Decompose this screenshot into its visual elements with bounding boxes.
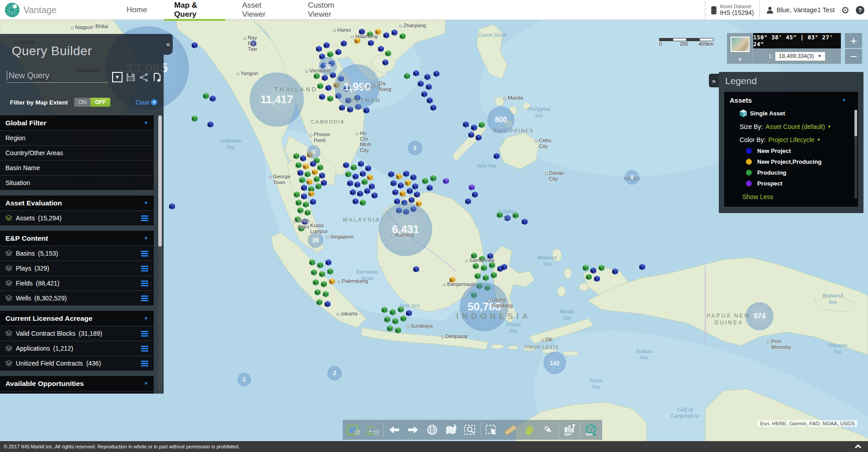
basemap-selector[interactable]: ▼ bbox=[727, 33, 753, 64]
asset-marker[interactable] bbox=[314, 73, 320, 79]
asset-marker[interactable] bbox=[583, 265, 589, 271]
asset-marker[interactable] bbox=[343, 162, 349, 168]
asset-marker[interactable] bbox=[501, 264, 507, 270]
item-menu-icon[interactable] bbox=[141, 295, 148, 301]
asset-marker[interactable] bbox=[403, 171, 409, 177]
zoom-out-button[interactable]: − bbox=[845, 49, 862, 64]
help-icon[interactable]: ? bbox=[856, 6, 864, 14]
asset-marker[interactable] bbox=[398, 182, 404, 189]
asset-marker[interactable] bbox=[350, 189, 356, 195]
asset-marker[interactable] bbox=[476, 134, 481, 141]
section-header-global-filter[interactable]: Global Filter▼ bbox=[0, 115, 154, 130]
asset-marker[interactable] bbox=[303, 163, 309, 170]
asset-marker[interactable] bbox=[317, 83, 323, 89]
full-extent-button[interactable] bbox=[423, 420, 442, 440]
settings-gear-icon[interactable]: ⚙ bbox=[841, 5, 849, 15]
filter-item-wells[interactable]: Wells(6,302,529) bbox=[0, 290, 154, 305]
asset-marker[interactable] bbox=[372, 192, 377, 199]
asset-marker[interactable] bbox=[316, 46, 322, 52]
asset-marker[interactable] bbox=[418, 81, 424, 87]
asset-marker[interactable] bbox=[427, 97, 433, 104]
asset-marker[interactable] bbox=[409, 197, 415, 203]
legend-scrollbar-thumb[interactable] bbox=[854, 110, 857, 136]
asset-marker[interactable] bbox=[426, 84, 432, 90]
tab-custom-viewer[interactable]: Custom Viewer bbox=[294, 0, 366, 20]
chevron-down-icon[interactable]: ▼ bbox=[827, 124, 831, 129]
size-by-value[interactable]: Asset Count (default) bbox=[765, 123, 825, 130]
asset-marker[interactable] bbox=[335, 49, 341, 55]
asset-marker[interactable] bbox=[317, 262, 323, 268]
asset-marker[interactable] bbox=[311, 269, 317, 276]
asset-marker[interactable] bbox=[316, 299, 322, 305]
asset-marker[interactable] bbox=[434, 71, 439, 77]
measure-button[interactable] bbox=[501, 420, 520, 440]
asset-marker[interactable] bbox=[357, 190, 363, 197]
asset-marker[interactable] bbox=[392, 29, 397, 36]
asset-marker[interactable] bbox=[325, 301, 330, 307]
scale-dropdown[interactable]: 18,489,334(3) ▼ bbox=[775, 52, 826, 61]
asset-marker[interactable] bbox=[308, 190, 314, 197]
asset-marker[interactable] bbox=[297, 170, 303, 176]
show-less-link[interactable]: Show Less bbox=[724, 187, 858, 200]
asset-marker[interactable] bbox=[321, 180, 327, 186]
item-menu-icon[interactable] bbox=[141, 331, 148, 337]
asset-marker[interactable] bbox=[463, 121, 469, 128]
item-menu-icon[interactable] bbox=[141, 346, 148, 352]
asset-marker[interactable] bbox=[382, 307, 387, 313]
share-query-icon[interactable] bbox=[139, 72, 149, 82]
asset-marker[interactable] bbox=[351, 164, 357, 171]
asset-marker[interactable] bbox=[326, 259, 331, 266]
query-dropdown-icon[interactable]: ▼ bbox=[112, 72, 123, 82]
asset-marker[interactable] bbox=[303, 201, 309, 208]
default-extent-button[interactable] bbox=[442, 420, 461, 440]
asset-marker[interactable] bbox=[407, 188, 413, 194]
filter-item-basin-name[interactable]: Basin Name bbox=[0, 160, 154, 175]
pan-button[interactable] bbox=[520, 420, 539, 440]
asset-marker[interactable] bbox=[400, 33, 406, 39]
previous-extent-button[interactable] bbox=[385, 420, 404, 440]
filter-item-assets[interactable]: Assets(15,294) bbox=[0, 210, 154, 225]
asset-marker[interactable] bbox=[388, 171, 394, 177]
asset-marker[interactable] bbox=[612, 268, 618, 275]
asset-marker[interactable] bbox=[327, 51, 333, 57]
asset-marker[interactable] bbox=[412, 183, 418, 190]
cluster-bubble[interactable]: 2 bbox=[408, 141, 422, 155]
asset-marker[interactable] bbox=[494, 153, 500, 159]
asset-marker[interactable] bbox=[358, 161, 364, 167]
zoom-box-button[interactable] bbox=[461, 420, 480, 440]
asset-marker[interactable] bbox=[472, 191, 478, 198]
asset-marker[interactable] bbox=[430, 175, 436, 181]
asset-marker[interactable] bbox=[192, 115, 198, 122]
asset-marker[interactable] bbox=[405, 180, 411, 186]
query-name-input[interactable]: New Query bbox=[7, 71, 108, 83]
asset-marker[interactable] bbox=[313, 279, 319, 285]
asset-marker[interactable] bbox=[471, 124, 477, 131]
filter-item-fields[interactable]: Fields(88,421) bbox=[0, 276, 154, 290]
asset-marker[interactable] bbox=[169, 203, 175, 209]
cluster-bubble[interactable]: 28 bbox=[308, 233, 323, 248]
asset-marker[interactable] bbox=[473, 263, 479, 269]
asset-marker[interactable] bbox=[310, 161, 316, 167]
asset-marker[interactable] bbox=[491, 272, 497, 278]
asset-marker[interactable] bbox=[392, 318, 398, 324]
asset-marker[interactable] bbox=[443, 178, 449, 184]
color-by-value[interactable]: Project Lifecycle bbox=[769, 136, 815, 143]
asset-marker[interactable] bbox=[296, 200, 302, 206]
item-menu-icon[interactable] bbox=[141, 281, 148, 286]
zoom-in-button[interactable]: + bbox=[845, 33, 862, 48]
item-menu-icon[interactable] bbox=[141, 266, 148, 271]
asset-marker[interactable] bbox=[639, 264, 645, 270]
chevron-up-icon[interactable] bbox=[854, 444, 862, 449]
asset-marker[interactable] bbox=[387, 325, 393, 332]
asset-marker[interactable] bbox=[327, 95, 333, 102]
sidebar-scrollbar-thumb[interactable] bbox=[158, 115, 162, 247]
asset-marker[interactable] bbox=[319, 94, 325, 100]
asset-marker[interactable] bbox=[326, 85, 331, 91]
filter-item-plays[interactable]: Plays(329) bbox=[0, 261, 154, 276]
asset-marker[interactable] bbox=[319, 172, 325, 179]
asset-marker[interactable] bbox=[468, 132, 474, 138]
asset-marker[interactable] bbox=[305, 209, 311, 216]
asset-marker[interactable] bbox=[301, 193, 307, 200]
asset-marker[interactable] bbox=[422, 178, 428, 184]
select-box-button[interactable] bbox=[482, 420, 501, 440]
